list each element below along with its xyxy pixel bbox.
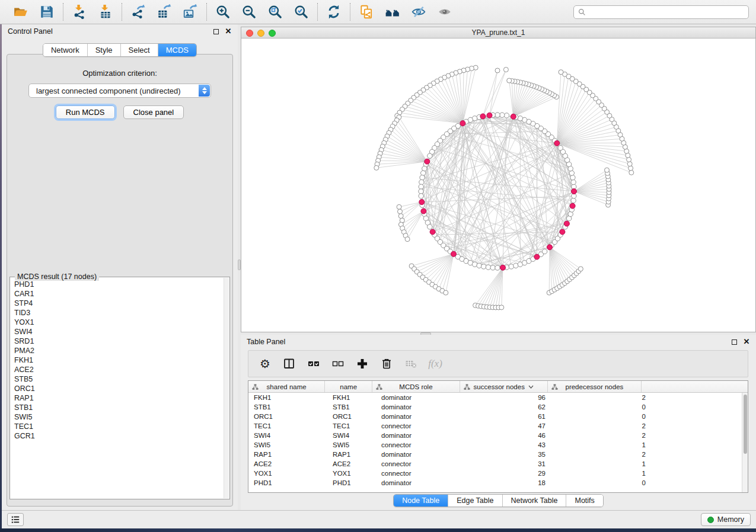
cell-name[interactable]: RAP1 bbox=[327, 450, 376, 459]
cell-shared-name[interactable]: YOX1 bbox=[248, 469, 327, 478]
cell-MCDS-role[interactable]: dominator bbox=[376, 393, 466, 402]
column-header-successor-nodes[interactable]: successor nodes bbox=[460, 381, 548, 392]
add-column-button[interactable] bbox=[355, 357, 369, 371]
import-network-button[interactable] bbox=[69, 2, 90, 21]
cell-shared-name[interactable]: PHD1 bbox=[248, 478, 327, 488]
cell-MCDS-role[interactable]: connector bbox=[376, 459, 466, 469]
cell-name[interactable]: YOX1 bbox=[327, 469, 376, 478]
show-all-button[interactable] bbox=[435, 2, 455, 21]
cell-name[interactable]: FKH1 bbox=[327, 393, 376, 402]
export-table-button[interactable] bbox=[154, 2, 174, 21]
table-scrollbar[interactable] bbox=[742, 393, 748, 492]
cell-predecessor-nodes[interactable]: 0 bbox=[556, 402, 653, 412]
dominator-node[interactable] bbox=[487, 113, 492, 118]
cell-predecessor-nodes[interactable]: 2 bbox=[556, 450, 653, 459]
cell-MCDS-role[interactable]: dominator bbox=[376, 402, 466, 412]
cell-MCDS-role[interactable]: connector bbox=[376, 440, 466, 450]
dominator-node[interactable] bbox=[572, 189, 577, 194]
network-canvas[interactable] bbox=[241, 39, 755, 332]
tab-node-table[interactable]: Node Table bbox=[394, 495, 448, 507]
export-image-button[interactable] bbox=[180, 2, 200, 21]
tab-edge-table[interactable]: Edge Table bbox=[448, 495, 502, 507]
delete-table-button[interactable] bbox=[404, 357, 418, 371]
mcds-result-item[interactable]: STB5 bbox=[14, 374, 224, 384]
cell-successor-nodes[interactable]: 29 bbox=[466, 469, 556, 478]
mcds-result-item[interactable]: FKH1 bbox=[14, 355, 224, 365]
mcds-result-item[interactable]: SRD1 bbox=[14, 336, 224, 346]
cell-successor-nodes[interactable]: 47 bbox=[466, 421, 556, 431]
tab-network[interactable]: Network bbox=[43, 44, 87, 56]
network-window-titlebar[interactable]: YPA_prune.txt_1 bbox=[241, 27, 755, 39]
cell-successor-nodes[interactable]: 46 bbox=[466, 431, 556, 440]
save-session-button[interactable] bbox=[37, 2, 57, 21]
dominator-node[interactable] bbox=[547, 245, 553, 250]
table-row[interactable]: YOX1YOX1connector291 bbox=[248, 469, 742, 478]
cell-predecessor-nodes[interactable]: 2 bbox=[556, 431, 653, 440]
column-header-shared-name[interactable]: shared name bbox=[248, 381, 325, 392]
tab-mcds[interactable]: MCDS bbox=[158, 44, 196, 56]
table-settings-button[interactable]: ⚙ bbox=[258, 357, 272, 371]
mcds-result-item[interactable]: SWI5 bbox=[14, 412, 224, 422]
table-row[interactable]: STB1STB1dominator620 bbox=[248, 402, 742, 412]
cell-shared-name[interactable]: SWI4 bbox=[248, 431, 327, 440]
mcds-result-item[interactable]: RAP1 bbox=[14, 393, 224, 403]
zoom-fit-button[interactable] bbox=[265, 2, 285, 21]
cell-name[interactable]: ACE2 bbox=[327, 459, 376, 469]
cell-name[interactable]: SWI5 bbox=[327, 440, 376, 450]
cell-successor-nodes[interactable]: 31 bbox=[466, 459, 556, 469]
float-panel-button[interactable] bbox=[212, 28, 219, 35]
cell-predecessor-nodes[interactable]: 1 bbox=[556, 469, 653, 478]
column-header-name[interactable]: name bbox=[325, 381, 372, 392]
search-field[interactable] bbox=[573, 5, 749, 19]
dominator-node[interactable] bbox=[480, 114, 486, 119]
memory-button[interactable]: Memory bbox=[701, 513, 751, 526]
export-network-button[interactable] bbox=[128, 2, 148, 21]
cell-shared-name[interactable]: ORC1 bbox=[248, 412, 327, 421]
table-row[interactable]: ORC1ORC1dominator610 bbox=[248, 412, 742, 421]
zoom-out-button[interactable] bbox=[239, 2, 259, 21]
cell-successor-nodes[interactable]: 35 bbox=[466, 450, 556, 459]
split-divider-handle[interactable] bbox=[238, 259, 241, 270]
select-all-button[interactable] bbox=[307, 357, 321, 371]
cell-predecessor-nodes[interactable]: 2 bbox=[556, 421, 653, 431]
show-columns-button[interactable] bbox=[282, 357, 296, 371]
run-mcds-button[interactable]: Run MCDS bbox=[56, 105, 115, 119]
cell-MCDS-role[interactable]: connector bbox=[376, 421, 466, 431]
table-row[interactable]: PHD1PHD1dominator180 bbox=[248, 478, 742, 488]
cell-MCDS-role[interactable]: dominator bbox=[376, 478, 466, 488]
cell-successor-nodes[interactable]: 62 bbox=[466, 402, 556, 412]
cell-predecessor-nodes[interactable]: 0 bbox=[556, 478, 653, 488]
window-close-icon[interactable] bbox=[246, 30, 253, 37]
dominator-node[interactable] bbox=[564, 221, 569, 226]
mcds-result-item[interactable]: STP4 bbox=[14, 299, 224, 308]
refresh-view-button[interactable] bbox=[324, 2, 344, 21]
cell-name[interactable]: STB1 bbox=[327, 402, 376, 412]
tab-motifs[interactable]: Motifs bbox=[566, 495, 602, 507]
table-row[interactable]: TEC1TEC1connector472 bbox=[248, 421, 742, 431]
float-panel-button[interactable] bbox=[731, 338, 738, 345]
cell-MCDS-role[interactable]: dominator bbox=[376, 431, 466, 440]
deselect-all-button[interactable] bbox=[331, 357, 345, 371]
table-row[interactable]: SWI5SWI5connector431 bbox=[248, 440, 742, 450]
cell-name[interactable]: TEC1 bbox=[327, 421, 376, 431]
cell-shared-name[interactable]: RAP1 bbox=[248, 450, 327, 459]
dominator-node[interactable] bbox=[560, 229, 565, 235]
import-table-button[interactable] bbox=[95, 2, 116, 21]
cell-predecessor-nodes[interactable]: 0 bbox=[556, 412, 653, 421]
first-neighbors-button[interactable] bbox=[382, 2, 403, 21]
tab-select[interactable]: Select bbox=[120, 44, 158, 56]
dominator-node[interactable] bbox=[460, 121, 465, 126]
cell-successor-nodes[interactable]: 18 bbox=[466, 478, 556, 488]
dominator-node[interactable] bbox=[500, 265, 506, 270]
tab-network-table[interactable]: Network Table bbox=[502, 495, 566, 507]
cell-MCDS-role[interactable]: dominator bbox=[376, 450, 466, 459]
dominator-node[interactable] bbox=[534, 254, 540, 259]
table-row[interactable]: SWI4SWI4dominator462 bbox=[248, 431, 742, 440]
mcds-result-item[interactable]: PMA2 bbox=[14, 346, 224, 355]
cell-shared-name[interactable]: SWI5 bbox=[248, 440, 327, 450]
cell-successor-nodes[interactable]: 61 bbox=[466, 412, 556, 421]
cell-predecessor-nodes[interactable]: 2 bbox=[556, 393, 653, 402]
mcds-result-scrollbar[interactable] bbox=[224, 278, 229, 498]
cell-shared-name[interactable]: FKH1 bbox=[248, 393, 327, 402]
window-minimize-icon[interactable] bbox=[257, 30, 264, 37]
